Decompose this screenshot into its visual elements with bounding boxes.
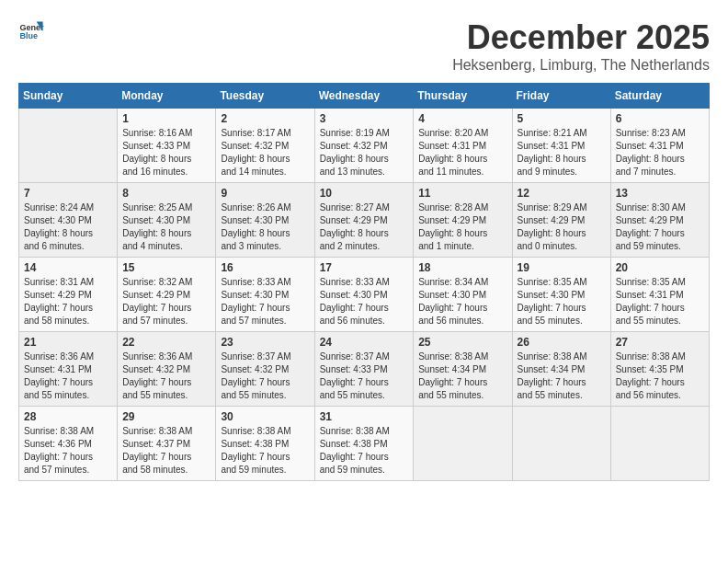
day-number: 8 xyxy=(122,187,210,200)
day-info: Sunrise: 8:32 AM Sunset: 4:29 PM Dayligh… xyxy=(122,276,210,327)
day-info: Sunrise: 8:26 AM Sunset: 4:30 PM Dayligh… xyxy=(221,201,309,253)
week-row-3: 14Sunrise: 8:31 AM Sunset: 4:29 PM Dayli… xyxy=(19,258,710,332)
day-number: 3 xyxy=(320,112,409,125)
title-section: December 2025 Heksenberg, Limburg, The N… xyxy=(452,18,710,74)
calendar-cell: 16Sunrise: 8:33 AM Sunset: 4:30 PM Dayli… xyxy=(216,258,314,332)
calendar-cell: 18Sunrise: 8:34 AM Sunset: 4:30 PM Dayli… xyxy=(414,258,512,332)
day-number: 15 xyxy=(122,261,210,274)
calendar-cell: 11Sunrise: 8:28 AM Sunset: 4:29 PM Dayli… xyxy=(414,183,512,258)
day-info: Sunrise: 8:37 AM Sunset: 4:33 PM Dayligh… xyxy=(320,350,409,402)
day-number: 13 xyxy=(616,187,704,200)
day-info: Sunrise: 8:30 AM Sunset: 4:29 PM Dayligh… xyxy=(616,201,704,253)
calendar-cell: 10Sunrise: 8:27 AM Sunset: 4:29 PM Dayli… xyxy=(314,183,414,258)
day-number: 31 xyxy=(320,410,409,423)
calendar-cell: 26Sunrise: 8:38 AM Sunset: 4:34 PM Dayli… xyxy=(512,332,610,407)
day-info: Sunrise: 8:36 AM Sunset: 4:32 PM Dayligh… xyxy=(122,350,210,402)
svg-text:Blue: Blue xyxy=(19,31,38,40)
day-number: 9 xyxy=(221,187,309,200)
day-info: Sunrise: 8:33 AM Sunset: 4:30 PM Dayligh… xyxy=(221,276,309,327)
logo: General Blue xyxy=(18,18,44,44)
calendar-cell: 13Sunrise: 8:30 AM Sunset: 4:29 PM Dayli… xyxy=(610,183,709,258)
calendar-cell: 29Sunrise: 8:38 AM Sunset: 4:37 PM Dayli… xyxy=(118,407,216,481)
day-number: 6 xyxy=(616,112,704,125)
day-number: 22 xyxy=(122,336,210,349)
header-friday: Friday xyxy=(512,84,610,109)
day-number: 14 xyxy=(24,261,112,274)
calendar-cell: 4Sunrise: 8:20 AM Sunset: 4:31 PM Daylig… xyxy=(414,109,512,183)
day-info: Sunrise: 8:38 AM Sunset: 4:38 PM Dayligh… xyxy=(320,425,409,477)
day-info: Sunrise: 8:16 AM Sunset: 4:33 PM Dayligh… xyxy=(122,127,210,178)
day-number: 10 xyxy=(320,187,409,200)
day-number: 21 xyxy=(24,336,112,349)
day-number: 5 xyxy=(518,112,606,125)
day-info: Sunrise: 8:38 AM Sunset: 4:35 PM Dayligh… xyxy=(616,350,704,402)
calendar-cell: 1Sunrise: 8:16 AM Sunset: 4:33 PM Daylig… xyxy=(118,109,216,183)
day-info: Sunrise: 8:24 AM Sunset: 4:30 PM Dayligh… xyxy=(24,201,112,253)
calendar-cell: 8Sunrise: 8:25 AM Sunset: 4:30 PM Daylig… xyxy=(118,183,216,258)
calendar-cell: 12Sunrise: 8:29 AM Sunset: 4:29 PM Dayli… xyxy=(512,183,610,258)
day-number: 11 xyxy=(418,187,506,200)
calendar-cell xyxy=(512,407,610,481)
day-info: Sunrise: 8:17 AM Sunset: 4:32 PM Dayligh… xyxy=(221,127,309,178)
day-number: 26 xyxy=(518,336,606,349)
header-saturday: Saturday xyxy=(610,84,709,109)
week-row-2: 7Sunrise: 8:24 AM Sunset: 4:30 PM Daylig… xyxy=(19,183,710,258)
calendar-cell xyxy=(19,109,118,183)
day-info: Sunrise: 8:29 AM Sunset: 4:29 PM Dayligh… xyxy=(518,201,606,253)
calendar-header-row: SundayMondayTuesdayWednesdayThursdayFrid… xyxy=(19,84,710,109)
week-row-4: 21Sunrise: 8:36 AM Sunset: 4:31 PM Dayli… xyxy=(19,332,710,407)
calendar-cell: 27Sunrise: 8:38 AM Sunset: 4:35 PM Dayli… xyxy=(610,332,709,407)
day-number: 2 xyxy=(221,112,309,125)
header-thursday: Thursday xyxy=(414,84,512,109)
calendar-cell: 24Sunrise: 8:37 AM Sunset: 4:33 PM Dayli… xyxy=(314,332,414,407)
week-row-1: 1Sunrise: 8:16 AM Sunset: 4:33 PM Daylig… xyxy=(19,109,710,183)
calendar-cell: 5Sunrise: 8:21 AM Sunset: 4:31 PM Daylig… xyxy=(512,109,610,183)
calendar-cell: 6Sunrise: 8:23 AM Sunset: 4:31 PM Daylig… xyxy=(610,109,709,183)
header-sunday: Sunday xyxy=(19,84,118,109)
calendar-cell: 23Sunrise: 8:37 AM Sunset: 4:32 PM Dayli… xyxy=(216,332,314,407)
day-number: 29 xyxy=(122,410,210,423)
day-info: Sunrise: 8:28 AM Sunset: 4:29 PM Dayligh… xyxy=(418,201,506,253)
day-info: Sunrise: 8:38 AM Sunset: 4:34 PM Dayligh… xyxy=(418,350,506,402)
calendar-cell xyxy=(414,407,512,481)
day-number: 4 xyxy=(418,112,506,125)
day-info: Sunrise: 8:20 AM Sunset: 4:31 PM Dayligh… xyxy=(418,127,506,178)
logo-icon: General Blue xyxy=(18,18,44,44)
day-number: 18 xyxy=(418,261,506,274)
calendar-cell: 15Sunrise: 8:32 AM Sunset: 4:29 PM Dayli… xyxy=(118,258,216,332)
day-info: Sunrise: 8:25 AM Sunset: 4:30 PM Dayligh… xyxy=(122,201,210,253)
day-number: 30 xyxy=(221,410,309,423)
calendar-body: 1Sunrise: 8:16 AM Sunset: 4:33 PM Daylig… xyxy=(19,109,710,481)
day-number: 28 xyxy=(24,410,112,423)
week-row-5: 28Sunrise: 8:38 AM Sunset: 4:36 PM Dayli… xyxy=(19,407,710,481)
day-number: 24 xyxy=(320,336,409,349)
day-info: Sunrise: 8:19 AM Sunset: 4:32 PM Dayligh… xyxy=(320,127,409,178)
header-monday: Monday xyxy=(118,84,216,109)
calendar-cell: 28Sunrise: 8:38 AM Sunset: 4:36 PM Dayli… xyxy=(19,407,118,481)
calendar-cell: 30Sunrise: 8:38 AM Sunset: 4:38 PM Dayli… xyxy=(216,407,314,481)
day-number: 1 xyxy=(122,112,210,125)
day-number: 17 xyxy=(320,261,409,274)
day-info: Sunrise: 8:33 AM Sunset: 4:30 PM Dayligh… xyxy=(320,276,409,327)
calendar-cell: 31Sunrise: 8:38 AM Sunset: 4:38 PM Dayli… xyxy=(314,407,414,481)
day-info: Sunrise: 8:38 AM Sunset: 4:34 PM Dayligh… xyxy=(518,350,606,402)
month-title: December 2025 xyxy=(452,18,710,57)
calendar-cell: 2Sunrise: 8:17 AM Sunset: 4:32 PM Daylig… xyxy=(216,109,314,183)
calendar-cell: 25Sunrise: 8:38 AM Sunset: 4:34 PM Dayli… xyxy=(414,332,512,407)
calendar-cell: 17Sunrise: 8:33 AM Sunset: 4:30 PM Dayli… xyxy=(314,258,414,332)
day-info: Sunrise: 8:23 AM Sunset: 4:31 PM Dayligh… xyxy=(616,127,704,178)
header-tuesday: Tuesday xyxy=(216,84,314,109)
day-info: Sunrise: 8:21 AM Sunset: 4:31 PM Dayligh… xyxy=(518,127,606,178)
calendar-cell: 22Sunrise: 8:36 AM Sunset: 4:32 PM Dayli… xyxy=(118,332,216,407)
day-number: 20 xyxy=(616,261,704,274)
header-wednesday: Wednesday xyxy=(314,84,414,109)
calendar-cell: 20Sunrise: 8:35 AM Sunset: 4:31 PM Dayli… xyxy=(610,258,709,332)
day-number: 25 xyxy=(418,336,506,349)
day-info: Sunrise: 8:38 AM Sunset: 4:37 PM Dayligh… xyxy=(122,425,210,477)
day-info: Sunrise: 8:35 AM Sunset: 4:31 PM Dayligh… xyxy=(616,276,704,327)
calendar-cell: 21Sunrise: 8:36 AM Sunset: 4:31 PM Dayli… xyxy=(19,332,118,407)
day-number: 12 xyxy=(518,187,606,200)
calendar-cell: 3Sunrise: 8:19 AM Sunset: 4:32 PM Daylig… xyxy=(314,109,414,183)
day-info: Sunrise: 8:31 AM Sunset: 4:29 PM Dayligh… xyxy=(24,276,112,327)
calendar-cell: 19Sunrise: 8:35 AM Sunset: 4:30 PM Dayli… xyxy=(512,258,610,332)
